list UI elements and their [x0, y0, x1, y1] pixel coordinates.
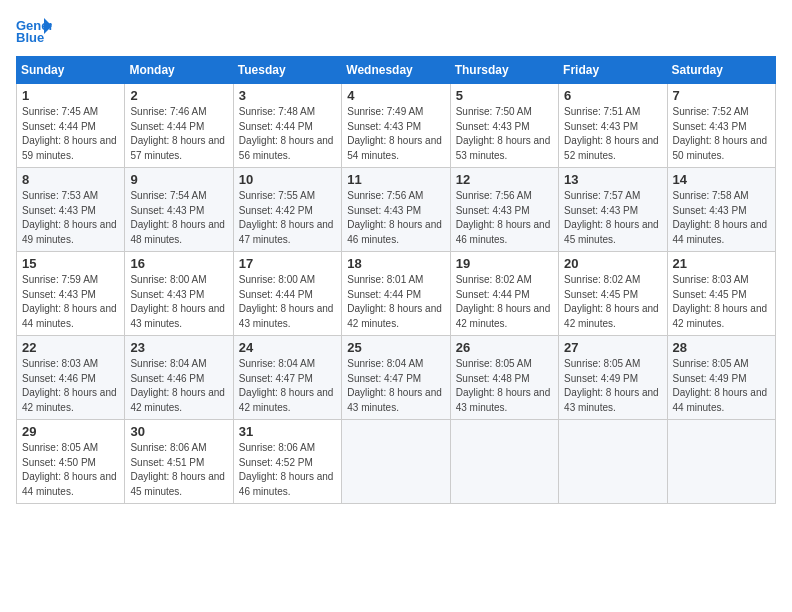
calendar-cell [450, 420, 558, 504]
calendar-cell: 7 Sunrise: 7:52 AM Sunset: 4:43 PM Dayli… [667, 84, 775, 168]
logo-icon: General Blue [16, 16, 52, 44]
week-row-1: 1 Sunrise: 7:45 AM Sunset: 4:44 PM Dayli… [17, 84, 776, 168]
day-number: 18 [347, 256, 444, 271]
day-info: Sunrise: 7:49 AM Sunset: 4:43 PM Dayligh… [347, 105, 444, 163]
day-info: Sunrise: 8:00 AM Sunset: 4:44 PM Dayligh… [239, 273, 336, 331]
calendar-cell [559, 420, 667, 504]
day-info: Sunrise: 8:05 AM Sunset: 4:48 PM Dayligh… [456, 357, 553, 415]
calendar-cell: 11 Sunrise: 7:56 AM Sunset: 4:43 PM Dayl… [342, 168, 450, 252]
week-row-4: 22 Sunrise: 8:03 AM Sunset: 4:46 PM Dayl… [17, 336, 776, 420]
day-number: 12 [456, 172, 553, 187]
day-number: 16 [130, 256, 227, 271]
calendar-cell: 9 Sunrise: 7:54 AM Sunset: 4:43 PM Dayli… [125, 168, 233, 252]
calendar-cell: 20 Sunrise: 8:02 AM Sunset: 4:45 PM Dayl… [559, 252, 667, 336]
day-info: Sunrise: 7:56 AM Sunset: 4:43 PM Dayligh… [347, 189, 444, 247]
calendar-cell: 14 Sunrise: 7:58 AM Sunset: 4:43 PM Dayl… [667, 168, 775, 252]
day-number: 14 [673, 172, 770, 187]
calendar-cell: 29 Sunrise: 8:05 AM Sunset: 4:50 PM Dayl… [17, 420, 125, 504]
calendar-table: SundayMondayTuesdayWednesdayThursdayFrid… [16, 56, 776, 504]
weekday-sunday: Sunday [17, 57, 125, 84]
calendar-cell: 27 Sunrise: 8:05 AM Sunset: 4:49 PM Dayl… [559, 336, 667, 420]
calendar-cell: 24 Sunrise: 8:04 AM Sunset: 4:47 PM Dayl… [233, 336, 341, 420]
day-info: Sunrise: 7:46 AM Sunset: 4:44 PM Dayligh… [130, 105, 227, 163]
calendar-cell: 3 Sunrise: 7:48 AM Sunset: 4:44 PM Dayli… [233, 84, 341, 168]
calendar-cell: 18 Sunrise: 8:01 AM Sunset: 4:44 PM Dayl… [342, 252, 450, 336]
day-info: Sunrise: 8:04 AM Sunset: 4:47 PM Dayligh… [239, 357, 336, 415]
calendar-cell: 21 Sunrise: 8:03 AM Sunset: 4:45 PM Dayl… [667, 252, 775, 336]
day-info: Sunrise: 8:06 AM Sunset: 4:51 PM Dayligh… [130, 441, 227, 499]
calendar-cell: 16 Sunrise: 8:00 AM Sunset: 4:43 PM Dayl… [125, 252, 233, 336]
calendar-cell: 26 Sunrise: 8:05 AM Sunset: 4:48 PM Dayl… [450, 336, 558, 420]
weekday-saturday: Saturday [667, 57, 775, 84]
svg-text:Blue: Blue [16, 30, 44, 44]
week-row-2: 8 Sunrise: 7:53 AM Sunset: 4:43 PM Dayli… [17, 168, 776, 252]
day-info: Sunrise: 7:52 AM Sunset: 4:43 PM Dayligh… [673, 105, 770, 163]
day-number: 11 [347, 172, 444, 187]
day-number: 31 [239, 424, 336, 439]
day-number: 21 [673, 256, 770, 271]
day-info: Sunrise: 8:04 AM Sunset: 4:47 PM Dayligh… [347, 357, 444, 415]
calendar-cell: 8 Sunrise: 7:53 AM Sunset: 4:43 PM Dayli… [17, 168, 125, 252]
calendar-cell: 22 Sunrise: 8:03 AM Sunset: 4:46 PM Dayl… [17, 336, 125, 420]
day-info: Sunrise: 8:06 AM Sunset: 4:52 PM Dayligh… [239, 441, 336, 499]
day-number: 1 [22, 88, 119, 103]
calendar-cell: 4 Sunrise: 7:49 AM Sunset: 4:43 PM Dayli… [342, 84, 450, 168]
day-info: Sunrise: 7:59 AM Sunset: 4:43 PM Dayligh… [22, 273, 119, 331]
day-number: 4 [347, 88, 444, 103]
calendar-cell: 25 Sunrise: 8:04 AM Sunset: 4:47 PM Dayl… [342, 336, 450, 420]
day-number: 2 [130, 88, 227, 103]
day-number: 6 [564, 88, 661, 103]
day-number: 30 [130, 424, 227, 439]
day-info: Sunrise: 8:04 AM Sunset: 4:46 PM Dayligh… [130, 357, 227, 415]
calendar-cell: 6 Sunrise: 7:51 AM Sunset: 4:43 PM Dayli… [559, 84, 667, 168]
day-info: Sunrise: 7:55 AM Sunset: 4:42 PM Dayligh… [239, 189, 336, 247]
calendar-cell: 10 Sunrise: 7:55 AM Sunset: 4:42 PM Dayl… [233, 168, 341, 252]
day-info: Sunrise: 8:05 AM Sunset: 4:49 PM Dayligh… [564, 357, 661, 415]
day-info: Sunrise: 8:05 AM Sunset: 4:50 PM Dayligh… [22, 441, 119, 499]
calendar-cell: 2 Sunrise: 7:46 AM Sunset: 4:44 PM Dayli… [125, 84, 233, 168]
calendar-cell: 28 Sunrise: 8:05 AM Sunset: 4:49 PM Dayl… [667, 336, 775, 420]
day-info: Sunrise: 7:53 AM Sunset: 4:43 PM Dayligh… [22, 189, 119, 247]
day-number: 24 [239, 340, 336, 355]
calendar-cell: 1 Sunrise: 7:45 AM Sunset: 4:44 PM Dayli… [17, 84, 125, 168]
day-number: 15 [22, 256, 119, 271]
week-row-3: 15 Sunrise: 7:59 AM Sunset: 4:43 PM Dayl… [17, 252, 776, 336]
day-number: 7 [673, 88, 770, 103]
day-info: Sunrise: 7:50 AM Sunset: 4:43 PM Dayligh… [456, 105, 553, 163]
day-number: 9 [130, 172, 227, 187]
day-number: 13 [564, 172, 661, 187]
day-info: Sunrise: 7:57 AM Sunset: 4:43 PM Dayligh… [564, 189, 661, 247]
day-info: Sunrise: 8:03 AM Sunset: 4:46 PM Dayligh… [22, 357, 119, 415]
calendar-cell: 23 Sunrise: 8:04 AM Sunset: 4:46 PM Dayl… [125, 336, 233, 420]
day-info: Sunrise: 7:58 AM Sunset: 4:43 PM Dayligh… [673, 189, 770, 247]
weekday-header-row: SundayMondayTuesdayWednesdayThursdayFrid… [17, 57, 776, 84]
day-number: 29 [22, 424, 119, 439]
logo: General Blue [16, 16, 52, 44]
day-info: Sunrise: 8:03 AM Sunset: 4:45 PM Dayligh… [673, 273, 770, 331]
calendar-cell: 15 Sunrise: 7:59 AM Sunset: 4:43 PM Dayl… [17, 252, 125, 336]
day-info: Sunrise: 8:05 AM Sunset: 4:49 PM Dayligh… [673, 357, 770, 415]
day-number: 20 [564, 256, 661, 271]
day-info: Sunrise: 7:54 AM Sunset: 4:43 PM Dayligh… [130, 189, 227, 247]
day-number: 25 [347, 340, 444, 355]
day-info: Sunrise: 7:45 AM Sunset: 4:44 PM Dayligh… [22, 105, 119, 163]
day-number: 17 [239, 256, 336, 271]
day-info: Sunrise: 8:01 AM Sunset: 4:44 PM Dayligh… [347, 273, 444, 331]
week-row-5: 29 Sunrise: 8:05 AM Sunset: 4:50 PM Dayl… [17, 420, 776, 504]
day-info: Sunrise: 8:02 AM Sunset: 4:45 PM Dayligh… [564, 273, 661, 331]
day-info: Sunrise: 8:02 AM Sunset: 4:44 PM Dayligh… [456, 273, 553, 331]
day-number: 27 [564, 340, 661, 355]
day-number: 10 [239, 172, 336, 187]
day-number: 19 [456, 256, 553, 271]
calendar-cell: 13 Sunrise: 7:57 AM Sunset: 4:43 PM Dayl… [559, 168, 667, 252]
weekday-wednesday: Wednesday [342, 57, 450, 84]
weekday-tuesday: Tuesday [233, 57, 341, 84]
day-number: 3 [239, 88, 336, 103]
calendar-cell: 12 Sunrise: 7:56 AM Sunset: 4:43 PM Dayl… [450, 168, 558, 252]
day-number: 5 [456, 88, 553, 103]
day-number: 28 [673, 340, 770, 355]
calendar-cell: 19 Sunrise: 8:02 AM Sunset: 4:44 PM Dayl… [450, 252, 558, 336]
day-info: Sunrise: 7:56 AM Sunset: 4:43 PM Dayligh… [456, 189, 553, 247]
calendar-body: 1 Sunrise: 7:45 AM Sunset: 4:44 PM Dayli… [17, 84, 776, 504]
weekday-thursday: Thursday [450, 57, 558, 84]
